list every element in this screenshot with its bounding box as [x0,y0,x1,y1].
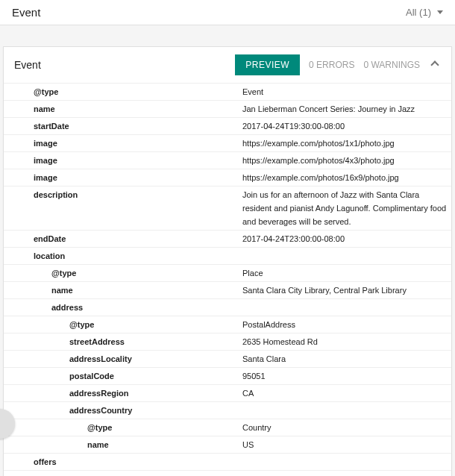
property-value: Place [242,265,451,281]
property-key: location [4,248,242,264]
property-row[interactable]: startDate2017-04-24T19:30:00-08:00 [4,118,451,135]
property-key: description [4,187,242,230]
property-key: address [4,299,242,316]
property-row[interactable]: @typePlace [4,265,451,282]
property-value: Event [242,84,451,100]
property-row[interactable]: @typeOffer [4,471,451,476]
property-key: image [4,169,242,186]
property-row[interactable]: @typeCountry [4,419,451,436]
property-key: image [4,152,242,169]
property-row[interactable]: nameUS [4,436,451,454]
property-key: postalCode [4,368,242,384]
property-value: https://example.com/photos/4x3/photo.jpg [242,152,451,169]
property-value: 2017-04-24T19:30:00-08:00 [242,118,451,134]
property-row[interactable]: @typeEvent [4,84,451,101]
property-key: image [4,135,242,151]
property-row[interactable]: descriptionJoin us for an afternoon of J… [4,187,451,231]
property-key: offers [4,454,242,470]
property-row[interactable]: endDate2017-04-24T23:00:00-08:00 [4,231,451,248]
property-value: https://example.com/photos/1x1/photo.jpg [242,135,451,151]
property-row[interactable]: postalCode95051 [4,368,451,385]
card-header: Event PREVIEW 0 ERRORS 0 WARNINGS [4,47,451,84]
property-row[interactable]: streetAddress2635 Homestead Rd [4,333,451,351]
property-key: @type [4,84,242,100]
property-value: PostalAddress [242,316,451,333]
property-list: @typeEventnameJan Lieberman Concert Seri… [4,84,451,476]
preview-button[interactable]: PREVIEW [235,54,300,75]
property-key: addressCountry [4,402,242,419]
result-card: Event PREVIEW 0 ERRORS 0 WARNINGS @typeE… [3,46,452,476]
property-value: Santa Clara City Library, Central Park L… [242,282,451,298]
property-key: addressRegion [4,385,242,401]
property-value: CA [242,385,451,401]
property-row[interactable]: imagehttps://example.com/photos/1x1/phot… [4,135,451,152]
property-value: Santa Clara [242,351,451,367]
property-value: US [242,436,451,453]
property-row[interactable]: addressCountry [4,402,451,419]
property-value [242,454,451,470]
errors-count: 0 ERRORS [309,60,354,70]
property-value: 2017-04-24T23:00:00-08:00 [242,231,451,247]
property-row[interactable]: address [4,299,451,316]
property-row[interactable]: nameJan Lieberman Concert Series: Journe… [4,101,451,118]
filter-label: All (1) [406,7,431,18]
property-key: name [4,101,242,117]
property-key: startDate [4,118,242,134]
warnings-count: 0 WARNINGS [363,60,420,70]
chevron-down-icon [437,10,443,14]
property-key: streetAddress [4,333,242,350]
property-key: name [4,282,242,298]
property-value: https://example.com/photos/16x9/photo.jp… [242,169,451,186]
property-row[interactable]: imagehttps://example.com/photos/16x9/pho… [4,169,451,187]
property-row[interactable]: addressLocalitySanta Clara [4,351,451,368]
property-row[interactable]: imagehttps://example.com/photos/4x3/phot… [4,152,451,169]
collapse-icon[interactable] [430,60,439,69]
page-title: Event [12,6,406,19]
filter-dropdown[interactable]: All (1) [406,7,443,18]
property-key: name [4,436,242,453]
property-value [242,402,451,419]
property-value: Jan Lieberman Concert Series: Journey in… [242,101,451,117]
property-value [242,299,451,316]
property-key: @type [4,316,242,333]
property-key: @type [4,265,242,281]
property-row[interactable]: location [4,248,451,265]
property-value: 95051 [242,368,451,384]
top-bar: Event All (1) [0,0,455,25]
property-key: endDate [4,231,242,247]
property-row[interactable]: nameSanta Clara City Library, Central Pa… [4,282,451,299]
property-row[interactable]: addressRegionCA [4,385,451,402]
property-value: Offer [242,471,451,476]
property-value: Join us for an afternoon of Jazz with Sa… [242,187,451,230]
card-title: Event [14,59,226,71]
property-value: Country [242,419,451,436]
property-key: addressLocality [4,351,242,367]
property-row[interactable]: offers [4,454,451,471]
property-key: @type [4,471,242,476]
property-value [242,248,451,264]
property-row[interactable]: @typePostalAddress [4,316,451,333]
property-value: 2635 Homestead Rd [242,333,451,350]
property-key: @type [4,419,242,436]
